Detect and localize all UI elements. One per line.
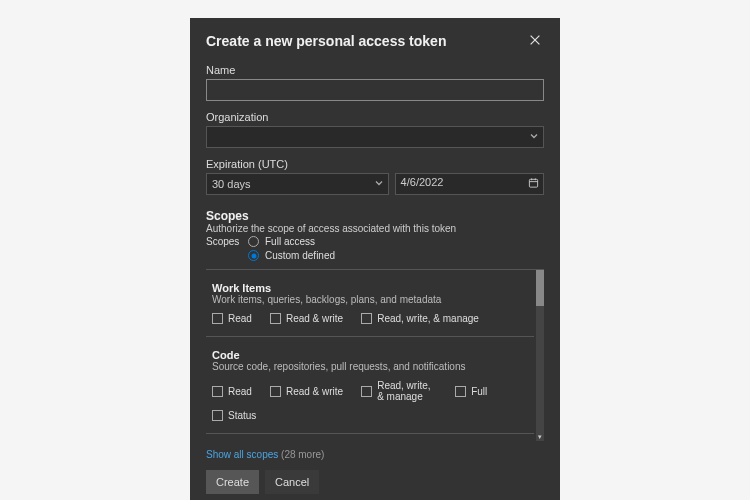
scope-category-work-items: Work Items Work items, queries, backlogs… [206,270,534,337]
scopes-section: Scopes Authorize the scope of access ass… [206,209,544,460]
perm-checkbox-read-write[interactable]: Read & write [270,380,343,402]
scope-radio-custom-defined[interactable]: Custom defined [248,250,335,261]
show-all-scopes-count: (28 more) [281,449,324,460]
dialog-title: Create a new personal access token [206,33,446,49]
name-label: Name [206,64,544,76]
perm-checkbox-full[interactable]: Full [455,380,487,402]
expiration-label: Expiration (UTC) [206,158,544,170]
perm-checkbox-read-write-manage[interactable]: Read, write, & manage [361,313,479,324]
checkbox-icon [270,313,281,324]
checkbox-icon [212,386,223,397]
perm-checkbox-status[interactable]: Status [212,410,256,421]
create-button[interactable]: Create [206,470,259,494]
scopes-label: Scopes [206,236,240,247]
scrollbar[interactable]: ▾ [536,270,544,441]
category-title: Code [212,349,528,361]
checkbox-icon [212,313,223,324]
truncated-category: - - - [206,434,534,441]
radio-label-full: Full access [265,236,315,247]
category-title: Work Items [212,282,528,294]
perm-checkbox-read[interactable]: Read [212,380,252,402]
perm-checkbox-read-write[interactable]: Read & write [270,313,343,324]
scroll-down-icon[interactable]: ▾ [536,433,544,441]
show-all-scopes-link[interactable]: Show all scopes [206,449,278,460]
perm-checkbox-read[interactable]: Read [212,313,252,324]
dialog-footer: Create Cancel [206,470,544,494]
checkbox-icon [361,386,372,397]
scopes-description: Authorize the scope of access associated… [206,223,544,234]
scrollbar-thumb[interactable] [536,270,544,306]
scopes-heading: Scopes [206,209,544,223]
dialog-header: Create a new personal access token [206,32,544,50]
category-description: Source code, repositories, pull requests… [212,361,528,372]
create-pat-dialog: Create a new personal access token Name … [190,18,560,500]
expiration-date-input[interactable]: 4/6/2022 [395,173,544,195]
checkbox-icon [212,410,223,421]
expiration-field-group: Expiration (UTC) 30 days 4/6/2022 [206,158,544,195]
radio-icon [248,250,259,261]
name-input[interactable] [206,79,544,101]
close-button[interactable] [526,32,544,50]
scope-radio-full-access[interactable]: Full access [248,236,335,247]
checkbox-icon [361,313,372,324]
checkbox-icon [455,386,466,397]
perm-checkbox-read-write-manage[interactable]: Read, write, & manage [361,380,437,402]
scope-list: ▾ Work Items Work items, queries, backlo… [206,269,544,441]
show-all-scopes: Show all scopes (28 more) [206,449,544,460]
organization-field-group: Organization [206,111,544,148]
radio-label-custom: Custom defined [265,250,335,261]
category-description: Work items, queries, backlogs, plans, an… [212,294,528,305]
expiration-period-select[interactable]: 30 days [206,173,389,195]
organization-select[interactable] [206,126,544,148]
name-field-group: Name [206,64,544,101]
scope-category-code: Code Source code, repositories, pull req… [206,337,534,434]
cancel-button[interactable]: Cancel [265,470,319,494]
close-icon [528,35,542,50]
radio-icon [248,236,259,247]
organization-label: Organization [206,111,544,123]
checkbox-icon [270,386,281,397]
